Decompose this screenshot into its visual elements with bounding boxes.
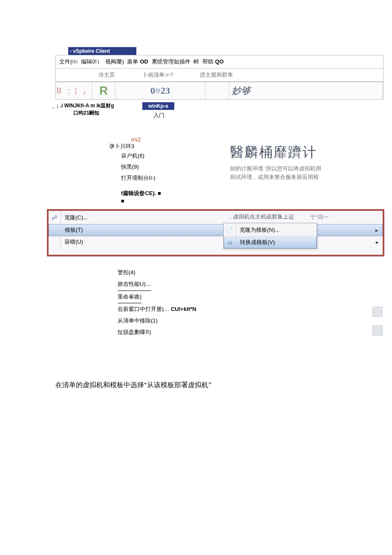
menu-open-new-window[interactable]: 在新窗口中打开册)… CUl+klt*N bbox=[118, 303, 392, 315]
menu-admin[interactable]: 累统管理如插件 bbox=[152, 58, 190, 65]
toolbar-seg-3: 0分23 bbox=[115, 82, 205, 99]
toolbar-num-b: 23 bbox=[161, 85, 170, 96]
submenu-clone-to-template[interactable]: 📄 克隆为模板(N)... bbox=[224, 223, 317, 236]
toolbar-seg-1: B ；］』 bbox=[56, 82, 92, 99]
overlay-text-1: ，虚拟机在主机或群集上运 bbox=[228, 213, 294, 221]
toolbar-num-a: 0 bbox=[150, 85, 155, 96]
toolbar-seg-2: R bbox=[92, 82, 115, 99]
menu-help[interactable]: 帮助 bbox=[202, 58, 213, 65]
clone-icon: ☍ bbox=[49, 211, 61, 224]
submenu-convert-to-template-label: 转换成模板(V) bbox=[236, 239, 314, 246]
menu-template-label: 模板(T) bbox=[61, 226, 374, 234]
menu-fault-tolerance-label: 容错(U) bbox=[61, 238, 374, 246]
toolbar-seg-4 bbox=[205, 82, 229, 99]
menu-help-accel: QO bbox=[215, 58, 224, 65]
toolbar-row: B ；］』 R 0分23 妙够 bbox=[55, 82, 383, 100]
chevron-right-icon: ▸ bbox=[374, 227, 380, 233]
tab-sub-label: 入门 bbox=[153, 112, 164, 119]
nav-crumbs: 冷主页 卜画清单≫? 搒主观和群隼 bbox=[55, 69, 383, 82]
menu-plugin[interactable]: 畤 bbox=[193, 58, 199, 65]
menu-edit[interactable]: 编辑0!） bbox=[81, 58, 102, 65]
crumb-home[interactable]: 冷主页 bbox=[98, 71, 115, 79]
clone-template-icon: 📄 bbox=[224, 223, 236, 237]
scroll-marker-1[interactable] bbox=[372, 307, 383, 317]
overlay-text-1b: 亍°同一 bbox=[310, 213, 329, 221]
menu-file[interactable]: 文件(㈤ bbox=[59, 58, 78, 65]
submenu-convert-to-template[interactable]: 🗂 转换成模板(V) bbox=[224, 236, 317, 248]
context-menu-lower: 警拒(4) 旅吉性能U)… 重命峯曲) 在新窗口中打开册)… CUl+klt*N… bbox=[118, 267, 392, 338]
summary-heading: 醫麟桶靡躋计 bbox=[230, 143, 349, 162]
menu-inventory-accel: OD bbox=[140, 58, 148, 65]
summary-text-1: 卸的计邕环墳 '所以您可以将虚拟机用 bbox=[230, 164, 349, 173]
page-instruction: 在清单的虚拟机和模板中选择“从该模板部署虚拟机” bbox=[55, 381, 392, 390]
menu-open-new-window-shortcut: CUl+klt*N bbox=[171, 306, 196, 312]
toolbar-seg-5: 妙够 bbox=[229, 82, 383, 99]
menu-delete-from-disk[interactable]: 扯脱盘删碟®) bbox=[118, 326, 392, 338]
crumb-hosts[interactable]: 搒主观和群隼 bbox=[200, 71, 233, 79]
tree-root-label-2: 口昀21嗣知 bbox=[73, 109, 383, 117]
tree-root-label-1: _；.i WlNJKfi-A m ik皿财g bbox=[52, 102, 383, 109]
submenu-clone-to-template-label: 克隆为模板(N)... bbox=[236, 226, 314, 234]
content-area: _；.i WlNJKfi-A m ik皿财g 口昀21嗣知 winKp-a 入门… bbox=[55, 102, 383, 207]
window-title-bar: - vSpkeire Client bbox=[68, 47, 136, 55]
tree-node-rrs2[interactable]: rrs2 bbox=[131, 136, 383, 143]
fault-tolerance-icon bbox=[49, 235, 61, 249]
menu-template[interactable]: 模板(T) ▸ bbox=[49, 224, 383, 236]
chevron-right-icon-2: ▸ bbox=[374, 239, 380, 245]
menu-open-new-window-label: 在新窗口中打开册)… bbox=[118, 306, 169, 312]
menu-remove-from-inventory[interactable]: 从清单中移除(1) bbox=[118, 315, 392, 326]
menu-performance[interactable]: 旅吉性能U)… bbox=[118, 278, 151, 290]
scrollbar-thumbs bbox=[372, 307, 383, 336]
menu-rename[interactable]: 重命峯曲) bbox=[118, 291, 141, 303]
scroll-marker-2[interactable] bbox=[372, 325, 383, 336]
menu-bar: 文件(㈤ 编辑0!） 视阀珊) 唐单OD 累统管理如插件 畤 帮助QO bbox=[55, 55, 383, 69]
menu-alarm[interactable]: 警拒(4) bbox=[118, 267, 392, 278]
context-menu-highlight: ，虚拟机在主机或群集上运 亍°同一 以机 。 ☍ 克隆(C)... 模板(T) … bbox=[47, 209, 384, 256]
menu-view[interactable]: 视阀珊) bbox=[105, 58, 124, 65]
menu-inventory[interactable]: 唐单 bbox=[127, 58, 138, 65]
menu-fault-tolerance[interactable]: 容错(U) ▸ bbox=[49, 236, 383, 247]
crumb-inv[interactable]: 卜画清单≫? bbox=[142, 71, 173, 79]
convert-template-icon: 🗂 bbox=[224, 236, 236, 249]
menu-clone-label: 克隆(C)... bbox=[61, 214, 380, 221]
vm-summary-panel: 醫麟桶靡躋计 卸的计邕环墳 '所以您可以将虚拟机用 则试环境，或用来整合服务器应… bbox=[230, 143, 349, 181]
menu-clone[interactable]: ☍ 克隆(C)... bbox=[49, 211, 383, 224]
summary-text-2: 则试环境，或用来整合服务器应用程 bbox=[230, 173, 349, 181]
template-submenu: 📄 克隆为模板(N)... 🗂 转换成模板(V) bbox=[223, 223, 317, 249]
toolbar-mid: 分 bbox=[155, 87, 161, 95]
tab-winkp-a[interactable]: winKp-a bbox=[142, 102, 174, 110]
